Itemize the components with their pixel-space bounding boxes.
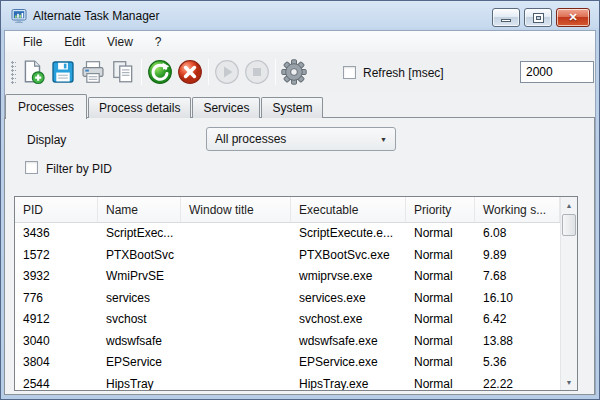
table-cell: 6.08 [475,223,560,245]
table-cell: Normal [406,223,475,245]
minimize-button[interactable] [492,8,520,27]
table-row[interactable]: 1572PTXBootSvcPTXBootSvc.exeNormal9.89 [15,245,560,267]
refresh-checkbox[interactable] [343,66,356,79]
column-header-priority[interactable]: Priority [406,197,475,222]
app-window: Alternate Task Manager ✕ FileEditView? [0,0,600,400]
scroll-down-button[interactable]: ▼ [561,374,577,390]
kill-process-button[interactable] [175,57,205,87]
print-button[interactable] [78,57,108,87]
table-cell: 776 [15,288,98,310]
table-cell: 5.36 [475,352,560,374]
play-icon [213,58,241,86]
settings-button[interactable] [279,57,309,87]
maximize-button[interactable] [524,8,552,27]
table-row[interactable]: 3932WmiPrvSEwmiprvse.exeNormal7.68 [15,266,560,288]
menu-item-view[interactable]: View [96,33,144,51]
table-row[interactable]: 3436ScriptExec...ScriptExecute.e...Norma… [15,223,560,245]
column-header-name[interactable]: Name [98,197,181,222]
app-icon [11,8,27,24]
table-row[interactable]: 776servicesservices.exeNormal16.10 [15,288,560,310]
table-cell: EPService.exe [291,352,406,374]
table-cell [181,223,291,245]
table-cell: Normal [406,352,475,374]
table-cell: wdswfsafe [98,331,181,353]
table-cell [181,374,291,391]
filter-by-pid-label: Filter by PID [46,162,112,176]
refresh-checkbox-label: Refresh [msec] [363,66,444,80]
scroll-thumb[interactable] [562,214,576,236]
table-cell: Normal [406,245,475,267]
refresh-interval-input[interactable] [520,61,594,83]
table-cell: Normal [406,309,475,331]
display-label: Display [27,133,66,147]
table-cell [181,288,291,310]
print-icon [80,59,106,85]
table-cell: ScriptExecute.e... [291,223,406,245]
table-cell: 4912 [15,309,98,331]
table-cell: 3932 [15,266,98,288]
table-cell: services [98,288,181,310]
column-header-working-s[interactable]: Working s... [475,197,560,222]
copy-icon [110,59,136,85]
table-row[interactable]: 3040wdswfsafewdswfsafe.exeNormal13.88 [15,331,560,353]
stop-icon [243,58,271,86]
table-header: PIDNameWindow titleExecutablePriorityWor… [15,197,560,223]
toolbar-separator [141,59,142,85]
table-cell: PTXBootSvc [98,245,181,267]
table-cell [181,245,291,267]
column-header-window-title[interactable]: Window title [181,197,291,222]
toolbar-grip[interactable] [11,61,16,85]
display-select-value: All processes [215,132,380,146]
minimize-icon [501,19,511,22]
table-cell: 6.42 [475,309,560,331]
process-table: PIDNameWindow titleExecutablePriorityWor… [14,196,578,391]
table-cell: 3804 [15,352,98,374]
table-cell: 3436 [15,223,98,245]
table-row[interactable]: 3804EPServiceEPService.exeNormal5.36 [15,352,560,374]
filter-by-pid-checkbox[interactable] [25,161,38,174]
display-select[interactable]: All processes ▼ [206,127,396,151]
save-button[interactable] [48,57,78,87]
vertical-scrollbar[interactable]: ▲ ▼ [560,197,577,390]
close-button[interactable]: ✕ [556,8,590,27]
refresh-button[interactable] [145,57,175,87]
scroll-up-button[interactable]: ▲ [561,197,577,213]
table-cell: Normal [406,331,475,353]
table-cell: 16.10 [475,288,560,310]
tab-services[interactable]: Services [192,97,260,118]
table-cell: 22.22 [475,374,560,391]
menu-item-file[interactable]: File [12,33,53,51]
table-cell: 13.88 [475,331,560,353]
table-body: 3436ScriptExec...ScriptExecute.e...Norma… [15,223,560,390]
refresh-icon [146,58,174,86]
save-icon [50,59,76,85]
table-cell: 3040 [15,331,98,353]
column-header-executable[interactable]: Executable [291,197,406,222]
table-cell [181,331,291,353]
menu-item-edit[interactable]: Edit [53,33,96,51]
new-document-button[interactable] [18,57,48,87]
menu-bar: FileEditView? [5,31,595,52]
table-cell: Normal [406,266,475,288]
suspend-button [242,57,272,87]
table-cell: Normal [406,374,475,391]
table-cell: 2544 [15,374,98,391]
process-table-main: PIDNameWindow titleExecutablePriorityWor… [15,197,560,390]
column-header-pid[interactable]: PID [15,197,98,222]
copy-button[interactable] [108,57,138,87]
tab-processes[interactable]: Processes [5,94,87,119]
table-cell: PTXBootSvc.exe [291,245,406,267]
toolbar: Refresh [msec] [5,52,595,93]
table-cell: 9.89 [475,245,560,267]
tab-process-details[interactable]: Process details [88,97,191,118]
table-cell: EPService [98,352,181,374]
menu-item-help[interactable]: ? [144,33,173,51]
toolbar-separator [275,59,276,85]
maximize-icon [534,14,543,22]
tab-system[interactable]: System [261,97,323,118]
table-cell: WmiPrvSE [98,266,181,288]
tab-strip: ProcessesProcess detailsServicesSystem [5,93,595,118]
table-row[interactable]: 2544HipsTrayHipsTray.exeNormal22.22 [15,374,560,391]
table-cell: ScriptExec... [98,223,181,245]
table-row[interactable]: 4912svchostsvchost.exeNormal6.42 [15,309,560,331]
